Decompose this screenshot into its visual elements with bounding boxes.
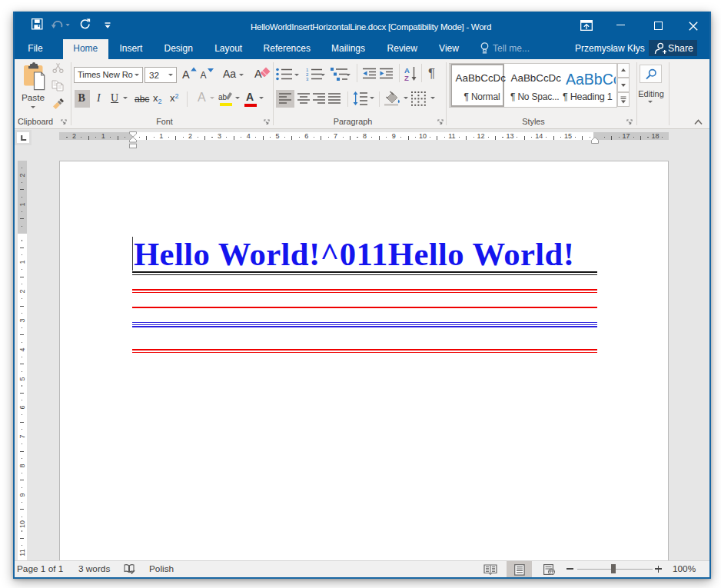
svg-text:Z: Z xyxy=(404,74,409,81)
svg-text:ab: ab xyxy=(218,93,228,101)
svg-text:3: 3 xyxy=(306,77,309,81)
